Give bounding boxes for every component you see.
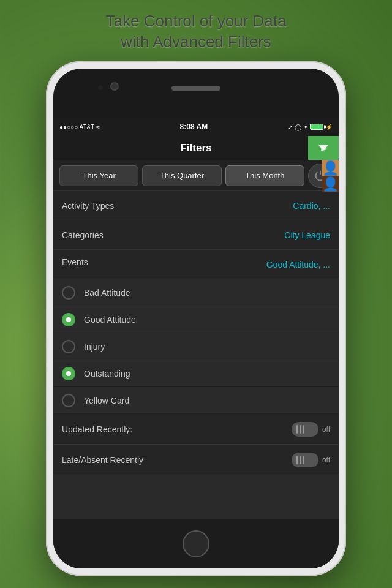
toggle-line xyxy=(300,425,301,434)
event-label-bad-attitude: Bad Attitude xyxy=(84,288,130,298)
phone-dot xyxy=(98,85,103,90)
activity-types-label: Activity Types xyxy=(62,201,114,211)
phone-inner: ●●○○○ AT&T ≈ 8:08 AM ➚ ◯ ✦ ⚡ Filters xyxy=(53,69,339,568)
home-button[interactable] xyxy=(183,530,209,557)
nav-bar: Filters xyxy=(53,136,339,160)
status-left: ●●○○○ AT&T ≈ xyxy=(59,124,100,130)
event-item-injury[interactable]: Injury xyxy=(53,333,339,360)
status-right: ➚ ◯ ✦ ⚡ xyxy=(288,124,333,130)
phone-speaker xyxy=(172,86,221,91)
status-bar: ●●○○○ AT&T ≈ 8:08 AM ➚ ◯ ✦ ⚡ xyxy=(53,118,339,136)
toggle-lines-2 xyxy=(293,456,304,464)
categories-row[interactable]: Categories City League xyxy=(53,221,339,250)
location-icon: ➚ xyxy=(288,124,293,130)
event-item-yellow-card[interactable]: Yellow Card xyxy=(53,387,339,414)
phone-frame: ●●○○○ AT&T ≈ 8:08 AM ➚ ◯ ✦ ⚡ Filters xyxy=(46,61,346,576)
updated-recently-row: Updated Recently: off xyxy=(53,414,339,445)
bluetooth-icon: ✦ xyxy=(303,124,308,130)
event-label-yellow-card: Yellow Card xyxy=(84,396,129,405)
toggle-line xyxy=(303,456,304,464)
charging-icon: ⚡ xyxy=(325,124,333,130)
time-filter-year[interactable]: This Year xyxy=(59,165,138,186)
toggle-line xyxy=(303,425,304,434)
event-item-good-attitude[interactable]: Good Attitude xyxy=(53,306,339,333)
toggle-lines-1 xyxy=(293,425,304,434)
phone-bottom xyxy=(53,519,339,568)
late-absent-toggle[interactable]: off xyxy=(292,453,330,467)
activity-types-value: Cardio, ... xyxy=(293,201,330,211)
battery-icon xyxy=(310,124,323,130)
avatar-2[interactable]: 👤 xyxy=(322,176,339,192)
radio-good-attitude[interactable] xyxy=(62,313,75,326)
radio-bad-attitude[interactable] xyxy=(62,286,75,300)
time-filter-quarter[interactable]: This Quarter xyxy=(142,165,221,186)
radio-injury[interactable] xyxy=(62,340,75,353)
carrier-text: ●●○○○ AT&T xyxy=(59,124,94,130)
late-absent-row: Late/Absent Recently off xyxy=(53,445,339,475)
top-title-line1: Take Control of your Data xyxy=(0,11,392,32)
radio-yellow-card[interactable] xyxy=(62,394,75,407)
events-label: Events xyxy=(62,256,88,267)
event-label-outstanding: Outstanding xyxy=(84,369,130,379)
toggle-state-1: off xyxy=(322,425,330,434)
side-avatars-panel: 👤 👤 xyxy=(322,160,339,192)
time-filter-month[interactable]: This Month xyxy=(225,165,304,186)
toggle-line xyxy=(296,425,298,434)
event-item-outstanding[interactable]: Outstanding xyxy=(53,360,339,387)
activity-types-row[interactable]: Activity Types Cardio, ... xyxy=(53,191,339,221)
late-absent-label: Late/Absent Recently xyxy=(62,455,143,465)
updated-recently-toggle[interactable]: off xyxy=(292,422,330,437)
toggle-line xyxy=(296,456,298,464)
filter-button[interactable] xyxy=(308,136,339,160)
event-item-bad-attitude[interactable]: Bad Attitude xyxy=(53,279,339,306)
avatar-1[interactable]: 👤 xyxy=(322,160,339,176)
events-row[interactable]: Events Good Attitude, ... xyxy=(53,250,339,279)
alarm-icon: ◯ xyxy=(295,124,301,130)
toggle-line xyxy=(300,456,301,464)
top-title-line2: with Advanced Filters xyxy=(0,32,392,53)
toggle-track-2[interactable] xyxy=(292,453,318,467)
phone-camera xyxy=(110,82,119,91)
toggle-state-2: off xyxy=(322,456,330,464)
categories-value: City League xyxy=(284,230,330,240)
categories-label: Categories xyxy=(62,230,104,240)
event-label-good-attitude: Good Attitude xyxy=(84,315,136,325)
wifi-icon: ≈ xyxy=(96,124,100,130)
updated-recently-label: Updated Recently: xyxy=(62,424,132,434)
toggle-track-1[interactable] xyxy=(292,422,318,437)
time-filter-row: This Year This Quarter This Month xyxy=(53,160,339,191)
nav-title: Filters xyxy=(180,142,211,154)
status-time: 8:08 AM xyxy=(180,123,208,131)
top-title: Take Control of your Data with Advanced … xyxy=(0,11,392,53)
screen: ●●○○○ AT&T ≈ 8:08 AM ➚ ◯ ✦ ⚡ Filters xyxy=(53,118,339,519)
event-label-injury: Injury xyxy=(84,342,105,352)
radio-outstanding[interactable] xyxy=(62,367,75,380)
events-value: Good Attitude, ... xyxy=(266,260,330,270)
